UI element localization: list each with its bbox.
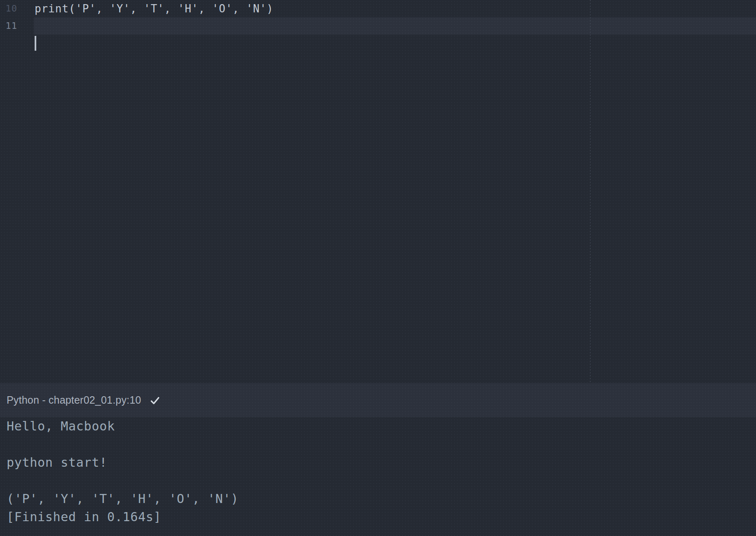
- code-text: print('P', 'Y', 'T', 'H', 'O', 'N'): [35, 0, 273, 17]
- build-output-panel: Hello, Macbook python start! ('P', 'Y', …: [7, 417, 749, 526]
- output-line: ('P', 'Y', 'T', 'H', 'O', 'N'): [7, 490, 749, 508]
- code-line[interactable]: 10 print('P', 'Y', 'T', 'H', 'O', 'N'): [0, 0, 756, 17]
- output-line: [Finished in 0.164s]: [7, 508, 749, 526]
- editor-viewport[interactable]: 10 print('P', 'Y', 'T', 'H', 'O', 'N') 1…: [0, 0, 756, 383]
- editor-window: 10 print('P', 'Y', 'T', 'H', 'O', 'N') 1…: [0, 0, 756, 536]
- build-status-bar: Python - chapter02_01.py:10: [0, 383, 756, 417]
- output-line: [7, 435, 749, 454]
- line-number-active: 11: [0, 17, 17, 35]
- output-line: Hello, Macbook: [7, 417, 749, 435]
- text-caret: [35, 36, 36, 51]
- code-line[interactable]: 11: [0, 17, 756, 35]
- build-status-label: Python - chapter02_01.py:10: [7, 394, 141, 406]
- line-number: 10: [0, 0, 17, 17]
- ruler-guide: [590, 0, 591, 383]
- output-line: [7, 472, 749, 490]
- check-icon: [149, 395, 161, 406]
- output-line: python start!: [7, 454, 749, 472]
